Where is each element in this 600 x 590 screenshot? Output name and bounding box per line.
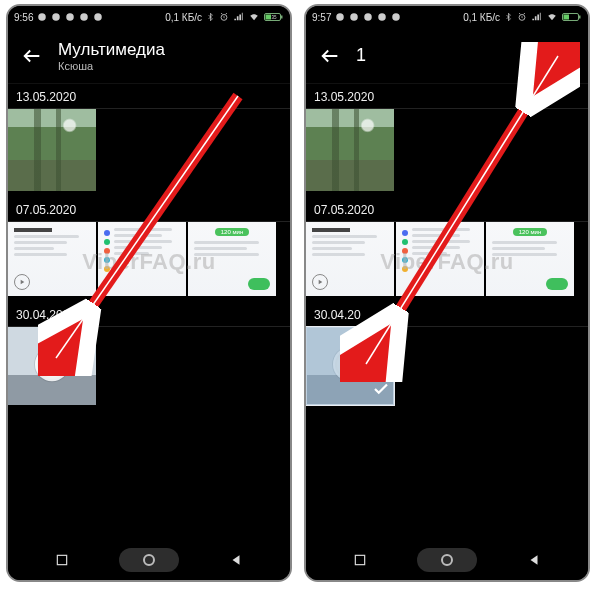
net-speed: 0,1 КБ/с bbox=[463, 12, 500, 23]
media-thumbnail[interactable] bbox=[306, 109, 394, 191]
date-header: 13.05.2020 bbox=[306, 84, 588, 109]
svg-point-0 bbox=[39, 13, 47, 21]
svg-rect-7 bbox=[266, 15, 272, 20]
svg-point-13 bbox=[337, 13, 345, 21]
action-pill bbox=[248, 278, 270, 290]
back-button[interactable] bbox=[316, 42, 344, 70]
phone-left: 9:56 0,1 КБ/с 35 Мультимедиа Ксюша 13.05… bbox=[6, 4, 292, 582]
svg-point-4 bbox=[95, 13, 103, 21]
wifi-icon bbox=[248, 12, 260, 22]
svg-point-16 bbox=[379, 13, 387, 21]
status-time: 9:56 bbox=[14, 12, 33, 23]
alarm-icon bbox=[517, 12, 527, 22]
recents-button[interactable] bbox=[49, 547, 75, 573]
media-thumbnail[interactable]: 120 мин bbox=[188, 222, 276, 296]
app-icon-3 bbox=[93, 12, 103, 22]
media-thumbnail[interactable]: 120 мин bbox=[486, 222, 574, 296]
notification-icon bbox=[37, 12, 47, 22]
media-thumbnail[interactable] bbox=[8, 109, 96, 191]
delete-button[interactable] bbox=[560, 44, 578, 67]
system-navbar bbox=[8, 540, 290, 580]
date-header: 13.05.2020 bbox=[8, 84, 290, 109]
phone-right: 9:57 0,1 КБ/с 1 bbox=[304, 4, 590, 582]
duration-badge: 120 мин bbox=[215, 228, 249, 236]
media-thumbnail[interactable] bbox=[8, 222, 96, 296]
svg-point-1 bbox=[53, 13, 61, 21]
date-header: 30.04.2020 bbox=[8, 302, 290, 327]
svg-rect-8 bbox=[281, 16, 283, 19]
selection-count: 1 bbox=[356, 45, 366, 66]
app-icon-1 bbox=[363, 12, 373, 22]
wifi-icon bbox=[546, 12, 558, 22]
signal-icon bbox=[233, 12, 244, 22]
recents-button[interactable] bbox=[347, 547, 373, 573]
svg-point-2 bbox=[67, 13, 75, 21]
notification-icon bbox=[335, 12, 345, 22]
page-title: Мультимедиа bbox=[58, 40, 165, 60]
media-thumbnail[interactable] bbox=[306, 222, 394, 296]
status-bar: 9:56 0,1 КБ/с 35 bbox=[8, 6, 290, 28]
svg-text:35: 35 bbox=[271, 15, 277, 20]
status-bar: 9:57 0,1 КБ/с bbox=[306, 6, 588, 28]
system-navbar bbox=[306, 540, 588, 580]
svg-point-14 bbox=[351, 13, 359, 21]
checkmark-icon bbox=[372, 380, 390, 401]
whatsapp-icon bbox=[51, 12, 61, 22]
date-header: 07.05.2020 bbox=[306, 197, 588, 222]
battery-icon: 35 bbox=[264, 12, 284, 22]
back-button[interactable] bbox=[18, 42, 46, 70]
video-thumbnail-selected[interactable] bbox=[306, 327, 394, 405]
svg-rect-21 bbox=[579, 16, 581, 19]
app-icon-2 bbox=[377, 12, 387, 22]
media-thumbnail[interactable] bbox=[396, 222, 484, 296]
bluetooth-icon bbox=[206, 12, 215, 22]
play-icon bbox=[333, 347, 367, 381]
back-nav-button[interactable] bbox=[223, 547, 249, 573]
download-button[interactable] bbox=[522, 44, 542, 67]
alarm-icon bbox=[219, 12, 229, 22]
app-icon-3 bbox=[391, 12, 401, 22]
app-bar: Мультимедиа Ксюша bbox=[8, 28, 290, 84]
svg-point-15 bbox=[365, 13, 373, 21]
whatsapp-icon bbox=[349, 12, 359, 22]
back-nav-button[interactable] bbox=[521, 547, 547, 573]
play-icon bbox=[35, 347, 69, 381]
app-icon-1 bbox=[65, 12, 75, 22]
duration-badge: 120 мин bbox=[513, 228, 547, 236]
svg-point-17 bbox=[393, 13, 401, 21]
svg-rect-10 bbox=[57, 555, 66, 564]
media-thumbnail[interactable] bbox=[98, 222, 186, 296]
date-header: 30.04.20 bbox=[306, 302, 588, 327]
page-subtitle: Ксюша bbox=[58, 60, 165, 72]
svg-rect-22 bbox=[355, 555, 364, 564]
media-list: 13.05.2020 07.05.2020 ViberFAQ.ru bbox=[306, 84, 588, 540]
play-icon bbox=[14, 274, 30, 290]
media-list: 13.05.2020 07.05.2020 ViberFAQ.ru bbox=[8, 84, 290, 540]
signal-icon bbox=[531, 12, 542, 22]
battery-icon bbox=[562, 12, 582, 22]
video-thumbnail[interactable] bbox=[8, 327, 96, 405]
svg-rect-20 bbox=[564, 15, 570, 20]
home-button[interactable] bbox=[417, 548, 477, 572]
app-bar-selection: 1 bbox=[306, 28, 588, 84]
date-header: 07.05.2020 bbox=[8, 197, 290, 222]
home-button[interactable] bbox=[119, 548, 179, 572]
svg-point-3 bbox=[81, 13, 89, 21]
net-speed: 0,1 КБ/с bbox=[165, 12, 202, 23]
app-icon-2 bbox=[79, 12, 89, 22]
play-icon bbox=[312, 274, 328, 290]
status-time: 9:57 bbox=[312, 12, 331, 23]
bluetooth-icon bbox=[504, 12, 513, 22]
action-pill bbox=[546, 278, 568, 290]
